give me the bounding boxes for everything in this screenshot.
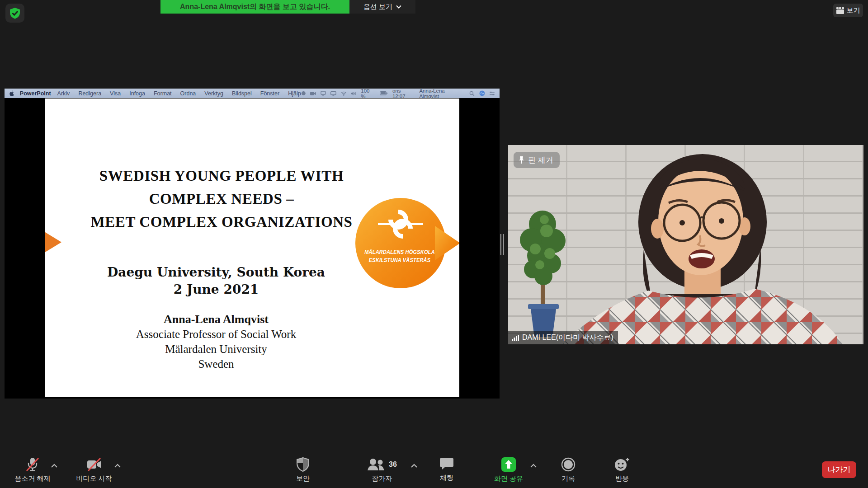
- pin-label: 핀 제거: [528, 155, 553, 165]
- security-button[interactable]: 보안: [276, 457, 330, 483]
- chat-icon: [439, 457, 454, 471]
- participants-caret-icon[interactable]: [410, 464, 418, 468]
- share-screen-icon: [501, 457, 516, 472]
- venue-line2: 2 June 2021: [45, 281, 387, 298]
- view-grid-icon: [836, 7, 844, 14]
- options-label: 옵션 보기: [363, 3, 392, 11]
- participants-label: 참가자: [372, 474, 392, 483]
- participants-count: 36: [389, 460, 397, 469]
- slide-title-line1: SWEDISH YOUNG PEOPLE WITH: [45, 164, 398, 188]
- start-video-button[interactable]: 비디오 시작: [67, 457, 121, 483]
- logo-text: MÄLARDALENS HÖGSKOLA ESKILSTUNA VÄSTERÅS: [354, 249, 445, 264]
- signal-bars-icon: [512, 335, 519, 341]
- share-caret-icon[interactable]: [530, 464, 537, 468]
- menu-format[interactable]: Format: [154, 90, 172, 97]
- remove-pin-button[interactable]: 핀 제거: [514, 152, 560, 168]
- mac-menu-bar: PowerPoint Arkiv Redigera Visa Infoga Fo…: [5, 89, 500, 98]
- mic-options-caret-icon[interactable]: [51, 464, 58, 468]
- participants-button[interactable]: 36 참가자: [355, 457, 409, 483]
- slide-venue: Daegu University, South Korea 2 June 202…: [45, 264, 387, 298]
- view-button[interactable]: 보기: [833, 4, 863, 17]
- menu-ordna[interactable]: Ordna: [180, 90, 196, 97]
- shield-check-icon: [9, 7, 21, 19]
- security-label: 보안: [296, 474, 310, 483]
- participants-icon: [367, 458, 385, 471]
- orange-arrow-decoration: [45, 232, 61, 252]
- chat-button[interactable]: 채팅: [420, 457, 474, 482]
- participant-name-tag: DAMI LEE(이다미 박사수료): [508, 331, 618, 344]
- share-screen-button[interactable]: 화면 공유: [481, 457, 536, 483]
- author-name: Anna-Lena Almqvist: [45, 312, 387, 327]
- screen-share-banner: Anna-Lena Almqvist의 화면을 보고 있습니다.: [160, 0, 349, 14]
- unmute-label: 음소거 해제: [14, 474, 50, 483]
- participant-person: [562, 154, 843, 344]
- participant-name: DAMI LEE(이다미 박사수료): [522, 333, 613, 343]
- author-university: Mälardalen University: [45, 342, 387, 357]
- unmute-button[interactable]: 음소거 해제: [5, 457, 60, 483]
- camera-status-icon[interactable]: [310, 91, 316, 96]
- menu-fonster[interactable]: Fönster: [260, 90, 279, 97]
- apple-logo-icon: [9, 90, 14, 97]
- panel-resize-handle[interactable]: [500, 234, 505, 255]
- leave-meeting-button[interactable]: 나가기: [822, 461, 856, 478]
- menu-bildspel[interactable]: Bildspel: [232, 90, 252, 97]
- start-video-label: 비디오 시작: [76, 474, 112, 483]
- menu-visa[interactable]: Visa: [110, 90, 121, 97]
- slide-author-block: Anna-Lena Almqvist Associate Professor o…: [45, 312, 387, 371]
- spotlight-search-icon[interactable]: [469, 91, 475, 96]
- chat-label: 채팅: [440, 474, 453, 482]
- chevron-down-icon: [396, 5, 401, 9]
- menu-verktyg[interactable]: Verktyg: [204, 90, 223, 97]
- venue-line1: Daegu University, South Korea: [45, 264, 387, 281]
- view-label: 보기: [847, 6, 860, 15]
- video-off-icon: [85, 457, 103, 472]
- menu-arkiv[interactable]: Arkiv: [57, 90, 70, 97]
- presentation-slide: SWEDISH YOUNG PEOPLE WITH COMPLEX NEEDS …: [45, 99, 459, 397]
- record-label: 기록: [561, 474, 575, 483]
- mic-off-icon: [25, 457, 40, 472]
- reactions-button[interactable]: 반응: [595, 457, 649, 483]
- slide-title-line2: COMPLEX NEEDS –: [45, 188, 398, 211]
- view-options-button[interactable]: 옵션 보기: [349, 0, 415, 14]
- share-screen-label: 화면 공유: [494, 474, 523, 483]
- wifi-icon[interactable]: [341, 91, 347, 96]
- menubar-account[interactable]: Anna-Lena Almqvist: [419, 88, 464, 99]
- battery-percent: 100 %: [361, 88, 375, 99]
- plant-decoration: [520, 211, 566, 337]
- reactions-smiley-icon: [614, 457, 630, 472]
- security-shield-icon: [297, 457, 309, 472]
- menubar-app-name[interactable]: PowerPoint: [20, 90, 51, 97]
- banner-text: Anna-Lena Almqvist의 화면을 보고 있습니다.: [180, 2, 330, 12]
- menubar-clock[interactable]: ons 12:07: [392, 88, 415, 99]
- display-status-icon[interactable]: [330, 91, 336, 96]
- logo-line2: ESKILSTUNA VÄSTERÅS: [354, 256, 445, 264]
- author-country: Sweden: [45, 357, 387, 371]
- shared-screen-region: PowerPoint Arkiv Redigera Visa Infoga Fo…: [5, 89, 500, 399]
- status-dot-icon: [301, 91, 306, 96]
- video-options-caret-icon[interactable]: [114, 464, 121, 468]
- slide-title-line3: MEET COMPLEX ORGANIZATIONS: [45, 211, 398, 234]
- author-title: Associate Professor of Social Work: [45, 327, 387, 342]
- menu-redigera[interactable]: Redigera: [78, 90, 101, 97]
- menu-hjalp[interactable]: Hjälp: [288, 90, 301, 97]
- participant-scene: [508, 145, 863, 344]
- window-status-icon[interactable]: [321, 91, 326, 96]
- record-icon: [561, 457, 576, 472]
- reactions-label: 반응: [615, 474, 629, 483]
- battery-icon: [380, 91, 388, 95]
- meeting-security-shield-icon[interactable]: [5, 4, 24, 23]
- logo-line1: MÄLARDALENS HÖGSKOLA: [354, 249, 445, 256]
- meeting-toolbar: 음소거 해제 비디오 시작 보안 36: [0, 454, 868, 488]
- slide-title: SWEDISH YOUNG PEOPLE WITH COMPLEX NEEDS …: [45, 164, 398, 234]
- participant-video[interactable]: 핀 제거 DAMI LEE(이다미 박사수료): [508, 145, 863, 344]
- control-center-icon[interactable]: [489, 91, 495, 96]
- volume-icon[interactable]: [351, 91, 356, 96]
- menu-infoga[interactable]: Infoga: [129, 90, 145, 97]
- record-button[interactable]: 기록: [541, 457, 595, 483]
- pin-icon: [518, 156, 525, 164]
- siri-icon[interactable]: [479, 90, 485, 96]
